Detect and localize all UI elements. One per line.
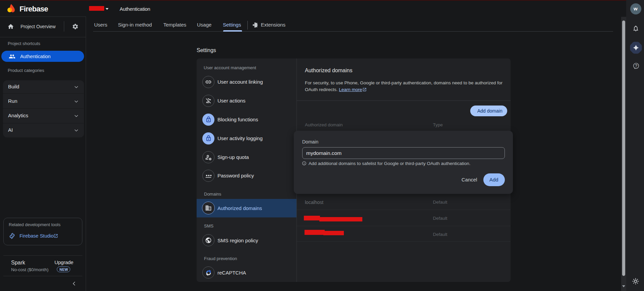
svg-text:?: ? bbox=[635, 64, 638, 68]
